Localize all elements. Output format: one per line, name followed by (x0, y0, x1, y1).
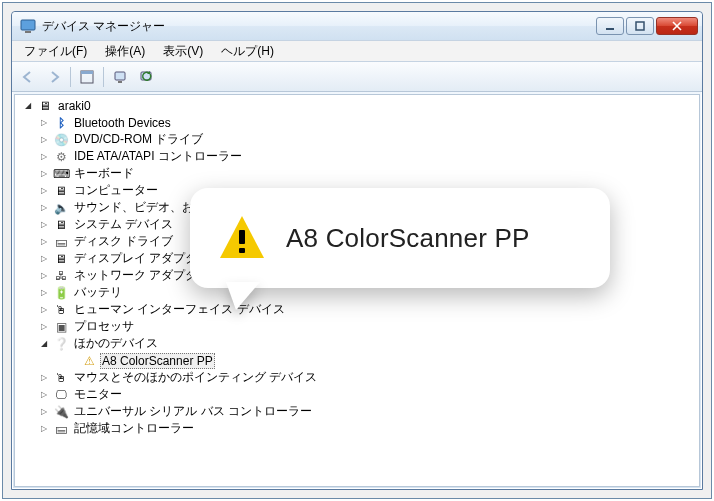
batt-icon (53, 285, 69, 301)
titlebar: デバイス マネージャー (12, 12, 702, 40)
svg-rect-10 (239, 248, 245, 253)
expander-icon[interactable]: ▷ (38, 236, 50, 248)
tree-category[interactable]: ▷プロセッサ (19, 318, 699, 335)
ide-icon (53, 149, 69, 165)
expander-icon[interactable]: ▷ (38, 117, 50, 129)
expander-icon[interactable]: ▷ (38, 151, 50, 163)
expander-icon[interactable]: ▷ (38, 253, 50, 265)
svg-rect-3 (636, 22, 644, 30)
toolbar-back-button[interactable] (16, 65, 40, 89)
mouse-icon (53, 370, 69, 386)
toolbar-pane-button[interactable] (75, 65, 99, 89)
tree-device-label[interactable]: A8 ColorScanner PP (100, 353, 215, 369)
tree-category-label[interactable]: システム デバイス (72, 216, 175, 233)
toolbar-forward-button[interactable] (42, 65, 66, 89)
tree-category-label[interactable]: プロセッサ (72, 318, 136, 335)
tree-category-label[interactable]: ディスプレイ アダプタ (72, 250, 199, 267)
toolbar-refresh-button[interactable] (134, 65, 158, 89)
tree-category[interactable]: ▷マウスとそのほかのポインティング デバイス (19, 369, 699, 386)
tree-category[interactable]: ▷ユニバーサル シリアル バス コントローラー (19, 403, 699, 420)
menu-help[interactable]: ヘルプ(H) (213, 41, 282, 62)
expander-icon[interactable]: ▷ (38, 372, 50, 384)
expander-icon[interactable]: ▷ (38, 219, 50, 231)
tree-category-label[interactable]: ディスク ドライブ (72, 233, 175, 250)
tree-category-label[interactable]: ほかのデバイス (72, 335, 160, 352)
callout-bubble: A8 ColorScanner PP (190, 188, 610, 288)
tree-content[interactable]: ◢araki0▷Bluetooth Devices▷DVD/CD-ROM ドライ… (14, 94, 700, 487)
hid-icon (53, 302, 69, 318)
expander-icon[interactable]: ▷ (38, 134, 50, 146)
tree-device[interactable]: A8 ColorScanner PP (19, 352, 699, 369)
tree-category-label[interactable]: 記憶域コントローラー (72, 420, 196, 437)
svg-rect-7 (118, 81, 122, 83)
tree-category-label[interactable]: DVD/CD-ROM ドライブ (72, 131, 205, 148)
tree-category[interactable]: ▷記憶域コントローラー (19, 420, 699, 437)
menu-file[interactable]: ファイル(F) (16, 41, 95, 62)
storage-icon (53, 421, 69, 437)
toolbar-separator (70, 67, 71, 87)
svg-rect-9 (239, 230, 245, 244)
tree-category[interactable]: ▷キーボード (19, 165, 699, 182)
cd-icon (53, 132, 69, 148)
tree-category[interactable]: ▷IDE ATA/ATAPI コントローラー (19, 148, 699, 165)
menubar: ファイル(F) 操作(A) 表示(V) ヘルプ(H) (12, 40, 702, 62)
tree-category-label[interactable]: バッテリ (72, 284, 124, 301)
expander-icon[interactable]: ▷ (38, 287, 50, 299)
tree-category-label[interactable]: Bluetooth Devices (72, 116, 173, 130)
svg-rect-6 (115, 72, 125, 80)
computer-icon (37, 98, 53, 114)
expander-icon[interactable]: ▷ (38, 406, 50, 418)
expander-icon[interactable]: ▷ (38, 168, 50, 180)
menu-view[interactable]: 表示(V) (155, 41, 211, 62)
tree-root-node[interactable]: ◢araki0 (19, 97, 699, 114)
expander-icon[interactable]: ▷ (38, 202, 50, 214)
expander-icon[interactable]: ▷ (38, 321, 50, 333)
tree-category[interactable]: ▷DVD/CD-ROM ドライブ (19, 131, 699, 148)
tree-root-label[interactable]: araki0 (56, 99, 93, 113)
other-icon (53, 336, 69, 352)
expander-icon[interactable]: ◢ (22, 100, 34, 112)
svg-rect-1 (25, 31, 31, 33)
tree-category-label[interactable]: サウンド、ビデオ、およ (72, 199, 208, 216)
expander-icon[interactable]: ▷ (38, 304, 50, 316)
tree-category-label[interactable]: ユニバーサル シリアル バス コントローラー (72, 403, 314, 420)
expander-icon[interactable]: ▷ (38, 423, 50, 435)
toolbar (12, 62, 702, 92)
tree-category-label[interactable]: キーボード (72, 165, 136, 182)
toolbar-separator (103, 67, 104, 87)
callout-text: A8 ColorScanner PP (286, 223, 530, 254)
expander-icon[interactable]: ▷ (38, 270, 50, 282)
tree-category-label[interactable]: ネットワーク アダプタ (72, 267, 199, 284)
warning-icon (216, 212, 268, 264)
menu-action[interactable]: 操作(A) (97, 41, 153, 62)
tree-category[interactable]: ▷モニター (19, 386, 699, 403)
window-buttons (596, 17, 698, 35)
expander-icon[interactable]: ◢ (38, 338, 50, 350)
display-icon (53, 251, 69, 267)
monitor-icon (53, 387, 69, 403)
expander-spacer (66, 355, 78, 367)
toolbar-computer-button[interactable] (108, 65, 132, 89)
disk-icon (53, 234, 69, 250)
warn-icon (81, 353, 97, 369)
tree-category[interactable]: ▷Bluetooth Devices (19, 114, 699, 131)
maximize-button[interactable] (626, 17, 654, 35)
callout-tail (226, 282, 260, 310)
svg-rect-2 (606, 28, 614, 30)
tree-category[interactable]: ◢ほかのデバイス (19, 335, 699, 352)
tree-category-label[interactable]: マウスとそのほかのポインティング デバイス (72, 369, 319, 386)
cpu-icon (53, 319, 69, 335)
expander-icon[interactable]: ▷ (38, 185, 50, 197)
close-button[interactable] (656, 17, 698, 35)
minimize-button[interactable] (596, 17, 624, 35)
window-title: デバイス マネージャー (42, 18, 590, 35)
expander-icon[interactable]: ▷ (38, 389, 50, 401)
usb-icon (53, 404, 69, 420)
kb-icon (53, 166, 69, 182)
tree-category-label[interactable]: モニター (72, 386, 124, 403)
tree-category[interactable]: ▷ヒューマン インターフェイス デバイス (19, 301, 699, 318)
app-icon (20, 18, 36, 34)
tree-category-label[interactable]: IDE ATA/ATAPI コントローラー (72, 148, 244, 165)
tree-category-label[interactable]: コンピューター (72, 182, 160, 199)
svg-rect-5 (81, 71, 93, 74)
